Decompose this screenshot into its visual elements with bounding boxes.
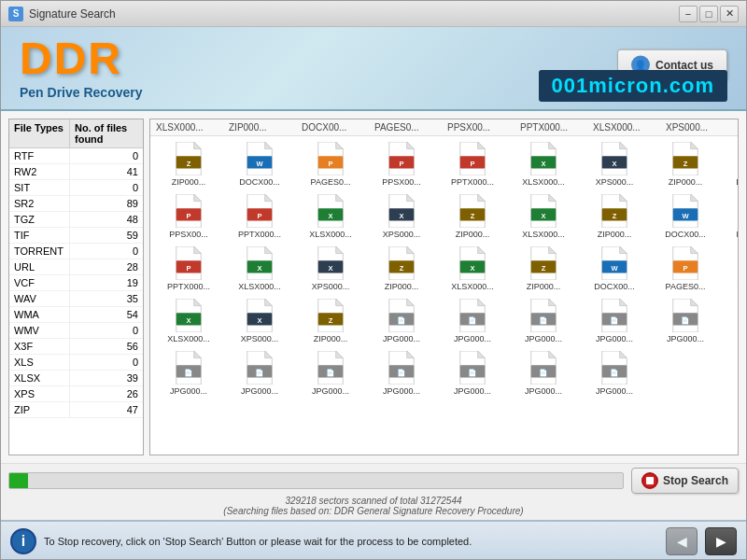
file-icon-jpg: 📄 xyxy=(243,351,276,385)
grid-file-item[interactable]: 📄 JPG000... xyxy=(509,297,578,345)
file-type-count: 89 xyxy=(70,196,143,211)
file-type-name: X3F xyxy=(9,339,70,354)
svg-text:X: X xyxy=(257,264,261,273)
grid-file-item[interactable]: P PPSX00... xyxy=(367,140,436,189)
file-type-row[interactable]: XLSX39 xyxy=(9,371,143,386)
grid-file-item[interactable]: P PPSX00... xyxy=(722,245,738,293)
grid-file-item[interactable]: X XLSX000... xyxy=(154,297,223,345)
grid-row: P PPSX00... P PPTX000... X XLSX000... X … xyxy=(154,192,734,241)
grid-file-item[interactable]: X XLSX000... xyxy=(509,192,578,241)
file-type-row[interactable]: TGZ48 xyxy=(9,212,143,228)
file-type-row[interactable]: WMA54 xyxy=(9,307,143,323)
file-type-row[interactable]: XPS26 xyxy=(9,386,143,402)
grid-file-item[interactable]: P PPSX00... xyxy=(154,192,223,241)
file-type-row[interactable]: WMV0 xyxy=(9,323,143,339)
grid-file-item[interactable]: Z ZIP000... xyxy=(509,245,578,293)
file-type-row[interactable]: RTF0 xyxy=(9,148,143,164)
stop-search-button[interactable]: Stop Search xyxy=(631,468,739,494)
file-type-row[interactable]: SR289 xyxy=(9,196,143,212)
grid-file-item[interactable]: 📄 JPG000... xyxy=(580,297,649,345)
file-icon-jpg: 📄 xyxy=(456,299,489,332)
grid-file-item[interactable]: X XPS000... xyxy=(225,297,294,345)
file-type-row[interactable]: TORRENT0 xyxy=(9,244,143,259)
grid-file-item[interactable]: 📄 JPG000... xyxy=(722,297,738,345)
grid-file-item[interactable]: Z ZIP000... xyxy=(367,245,436,293)
grid-file-item[interactable]: P PAGES0... xyxy=(296,140,365,189)
maximize-button[interactable]: □ xyxy=(699,6,718,22)
grid-file-item[interactable]: W DOCX00... xyxy=(722,140,738,189)
file-type-row[interactable]: X3F56 xyxy=(9,339,143,355)
file-item-label: JPG000... xyxy=(511,386,576,396)
file-type-row[interactable]: TIF59 xyxy=(9,228,143,244)
svg-text:W: W xyxy=(682,212,689,220)
minimize-button[interactable]: − xyxy=(679,6,698,22)
svg-text:Z: Z xyxy=(329,316,333,325)
file-type-row[interactable]: SIT0 xyxy=(9,180,143,196)
file-type-row[interactable]: WAV35 xyxy=(9,291,143,307)
grid-file-item[interactable]: P PAGES0... xyxy=(722,192,738,241)
col-files-found: No. of files found xyxy=(70,119,143,147)
grid-file-item[interactable]: 📄 JPG000... xyxy=(438,349,507,398)
grid-row: X XLSX000... X XPS000... Z ZIP000... 📄 J… xyxy=(154,297,734,345)
svg-text:📄: 📄 xyxy=(469,368,478,377)
file-types-body[interactable]: RTF0RW241SIT0SR289TGZ48TIF59TORRENT0URL2… xyxy=(9,148,143,455)
file-type-row[interactable]: URL28 xyxy=(9,259,143,275)
grid-column-header: ZIP000... xyxy=(737,121,738,133)
file-icon-jpg: 📄 xyxy=(598,351,631,385)
grid-file-item[interactable]: 📄 JPG000... xyxy=(438,297,507,345)
file-icon-jpg: 📄 xyxy=(385,299,418,332)
grid-file-item[interactable]: 📄 JPG000... xyxy=(580,349,649,398)
grid-file-item[interactable]: X XLSX000... xyxy=(225,245,294,293)
grid-file-item[interactable]: P PAGES0... xyxy=(651,245,720,293)
grid-file-item[interactable]: 📄 JPG000... xyxy=(651,297,720,345)
file-type-row[interactable]: VCF19 xyxy=(9,275,143,291)
nav-forward-button[interactable]: ▶ xyxy=(705,527,737,555)
grid-file-item[interactable]: W DOCX00... xyxy=(651,192,720,241)
grid-file-item[interactable]: 📄 JPG000... xyxy=(154,349,223,398)
grid-file-item[interactable]: X XPS000... xyxy=(367,192,436,241)
grid-file-item[interactable]: X XPS000... xyxy=(296,245,365,293)
grid-file-item[interactable]: W DOCX00... xyxy=(580,245,649,293)
grid-file-item[interactable]: X XLSX000... xyxy=(509,140,578,189)
grid-file-item[interactable]: 📄 JPG000... xyxy=(367,297,436,345)
grid-file-item[interactable]: Z ZIP000... xyxy=(651,140,720,189)
file-item-label: JPG000... xyxy=(298,386,363,396)
grid-file-item[interactable]: 📄 JPG000... xyxy=(367,349,436,398)
grid-file-item[interactable]: X XPS000... xyxy=(580,140,649,189)
grid-file-item[interactable]: Z ZIP000... xyxy=(580,192,649,241)
file-icon-xlsx: X xyxy=(172,299,205,332)
grid-file-item[interactable]: 📄 JPG000... xyxy=(225,349,294,398)
grid-file-item[interactable]: Z ZIP000... xyxy=(438,192,507,241)
file-type-count: 19 xyxy=(70,275,143,290)
file-type-row[interactable]: RW241 xyxy=(9,164,143,180)
grid-file-item[interactable]: P PPTX000... xyxy=(154,245,223,293)
file-type-count: 54 xyxy=(70,307,143,322)
grid-file-item[interactable]: W DOCX00... xyxy=(225,140,294,189)
file-type-name: RTF xyxy=(9,148,70,163)
file-item-label: ZIP000... xyxy=(298,334,363,343)
grid-file-item[interactable]: Z ZIP000... xyxy=(154,140,223,189)
file-grid-body[interactable]: Z ZIP000... W DOCX00... P PAGES0... P PP… xyxy=(150,136,738,455)
file-type-row[interactable]: ZIP47 xyxy=(9,402,143,418)
svg-text:📄: 📄 xyxy=(327,368,336,377)
file-type-row[interactable]: XLS0 xyxy=(9,355,143,371)
file-type-count: 59 xyxy=(70,228,143,243)
product-name: Pen Drive Recovery xyxy=(20,85,143,100)
file-icon-xlsx: X xyxy=(456,246,489,280)
grid-file-item[interactable]: 📄 JPG000... xyxy=(509,349,578,398)
file-icon-pages: P xyxy=(314,142,347,175)
file-icon-xlsx: X xyxy=(527,194,560,228)
grid-file-item[interactable]: P PPTX000... xyxy=(225,192,294,241)
nav-back-button[interactable]: ◀ xyxy=(666,527,698,555)
grid-file-item[interactable]: P PPTX000... xyxy=(438,140,507,189)
close-button[interactable]: ✕ xyxy=(720,6,739,22)
grid-file-item[interactable]: X XLSX000... xyxy=(296,192,365,241)
grid-file-item[interactable]: 📄 JPG000... xyxy=(296,349,365,398)
svg-text:X: X xyxy=(541,212,545,220)
file-type-name: RW2 xyxy=(9,164,70,179)
grid-file-item[interactable]: X XLSX000... xyxy=(438,245,507,293)
grid-file-item[interactable]: Z ZIP000... xyxy=(296,297,365,345)
file-item-label: JPG000... xyxy=(582,386,647,396)
file-type-name: WMV xyxy=(9,323,70,338)
file-item-label: ZIP000... xyxy=(440,230,505,239)
